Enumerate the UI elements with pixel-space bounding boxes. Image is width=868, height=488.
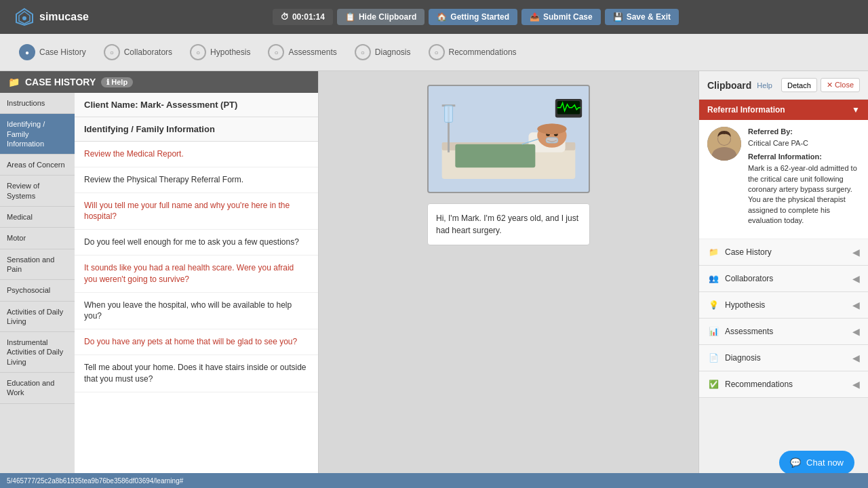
sidebar-item-medical[interactable]: Medical: [0, 207, 75, 228]
case-folder-icon: 📁: [8, 77, 20, 87]
workflow-label: Diagnosis: [375, 47, 411, 57]
nav-arrow: ◀: [852, 273, 860, 284]
workflow-item-assessments[interactable]: ○ Assessments: [262, 41, 342, 63]
timer-button[interactable]: ⏱ 00:01:14: [273, 9, 333, 25]
content-item[interactable]: Tell me about your home. Does it have st…: [75, 355, 318, 392]
getting-started-button[interactable]: 🏠 Getting Started: [429, 9, 517, 25]
content-item[interactable]: When you leave the hospital, who will be…: [75, 293, 318, 330]
nav-label: Collaborators: [725, 274, 773, 283]
submit-icon: 📤: [530, 12, 540, 22]
workflow-circle: ○: [355, 44, 371, 60]
clipboard-help-link[interactable]: Help: [757, 81, 772, 89]
nav-left: ✅ Recommendations: [707, 378, 793, 390]
referred-by-label: Referred By:: [748, 127, 860, 137]
patient-figure: [429, 86, 589, 192]
workflow-label: Recommendations: [449, 47, 517, 57]
top-nav: ⏱ 00:01:14 📋 Hide Clipboard 🏠 Getting St…: [273, 9, 679, 25]
case-history-help-badge[interactable]: ℹ Help: [101, 77, 133, 87]
avatar-image: [707, 127, 741, 161]
save-exit-button[interactable]: 💾 Save & Exit: [605, 9, 679, 25]
nav-arrow: ◀: [852, 326, 860, 337]
content-item[interactable]: Will you tell me your full name and why …: [75, 193, 318, 230]
submit-case-button[interactable]: 📤 Submit Case: [521, 9, 601, 25]
folder-icon: 📁: [707, 246, 719, 258]
patient-speech-bubble: Hi, I'm Mark. I'm 62 years old, and I ju…: [427, 203, 590, 245]
content-area: InstructionsIdentifying / Family Informa…: [0, 93, 318, 488]
workflow-item-case-history[interactable]: ● Case History: [14, 41, 92, 63]
sidebar-item-instrumental-adl[interactable]: Instrumental Activities of Daily Living: [0, 332, 75, 373]
nav-arrow: ◀: [852, 379, 860, 390]
sidebar-item-motor[interactable]: Motor: [0, 228, 75, 249]
top-bar: simucase ⏱ 00:01:14 📋 Hide Clipboard 🏠 G…: [0, 0, 868, 34]
sidebar-item-sensation-pain[interactable]: Sensation and Pain: [0, 249, 75, 281]
workflow-circle: ○: [429, 44, 445, 60]
workflow-nav: ● Case History ○ Collaborators ○ Hypothe…: [0, 34, 868, 71]
simucase-logo-icon: [14, 6, 35, 28]
patient-speech-text: Hi, I'm Mark. I'm 62 years old, and I ju…: [436, 214, 578, 235]
workflow-item-hypothesis[interactable]: ○ Hypothesis: [184, 41, 256, 63]
save-exit-label: Save & Exit: [627, 12, 671, 22]
nav-left: 📁 Case History: [707, 246, 772, 258]
svg-point-2: [22, 16, 26, 20]
content-item[interactable]: It sounds like you had a real health sca…: [75, 256, 318, 293]
clipboard-nav-assessments-nav[interactable]: 📊 Assessments ◀: [699, 319, 868, 345]
workflow-item-diagnosis[interactable]: ○ Diagnosis: [349, 41, 416, 63]
sidebar-item-areas-of-concern[interactable]: Areas of Concern: [0, 155, 75, 176]
nav-label: Assessments: [725, 327, 773, 336]
bulb-icon: 💡: [707, 299, 719, 311]
chat-icon: 💬: [790, 458, 801, 468]
sidebar-nav: InstructionsIdentifying / Family Informa…: [0, 93, 75, 488]
timer-icon: ⏱: [281, 12, 289, 22]
workflow-item-recommendations[interactable]: ○ Recommendations: [423, 41, 522, 63]
timer-value: 00:01:14: [292, 12, 325, 22]
nav-arrow: ◀: [852, 352, 860, 363]
workflow-circle: ●: [19, 44, 35, 60]
close-button[interactable]: ✕ Close: [821, 78, 860, 92]
content-item[interactable]: Do you have any pets at home that will b…: [75, 329, 318, 355]
patient-image: [427, 85, 590, 193]
hide-clipboard-button[interactable]: 📋 Hide Clipboard: [337, 9, 425, 25]
sidebar-item-education-work[interactable]: Education and Work: [0, 373, 75, 404]
sidebar-item-psychosocial[interactable]: Psychosocial: [0, 280, 75, 301]
nav-left: 📊 Assessments: [707, 325, 773, 338]
clipboard-nav-recommendations-nav[interactable]: ✅ Recommendations ◀: [699, 371, 868, 398]
home-icon: 🏠: [437, 12, 447, 22]
nav-label: Recommendations: [725, 380, 793, 389]
clipboard-nav-collaborators-nav[interactable]: 👥 Collaborators ◀: [699, 266, 868, 292]
workflow-label: Assessments: [288, 47, 336, 57]
referral-row: Referred By: Critical Care PA-C Referral…: [707, 127, 860, 226]
clipboard-nav: 📁 Case History ◀ 👥 Collaborators ◀ 💡 Hyp…: [699, 239, 868, 398]
detach-button[interactable]: Detach: [781, 78, 817, 92]
workflow-circle: ○: [104, 44, 120, 60]
nav-label: Hypothesis: [725, 300, 765, 310]
clipboard-nav-case-history-nav[interactable]: 📁 Case History ◀: [699, 239, 868, 266]
referral-label: Referral Information: [707, 105, 785, 115]
workflow-item-collaborators[interactable]: ○ Collaborators: [98, 41, 178, 63]
chat-label: Chat now: [806, 458, 844, 468]
sidebar-item-review-of-systems[interactable]: Review of Systems: [0, 176, 75, 207]
getting-started-label: Getting Started: [450, 12, 509, 22]
help-label: Help: [111, 78, 127, 86]
workflow-label: Hypothesis: [210, 47, 250, 57]
status-bar: 5/465777/25c2a8b61935tea9b76be3586df0369…: [0, 473, 868, 488]
content-item[interactable]: Review the Physical Therapy Referral For…: [75, 167, 318, 193]
content-item[interactable]: Review the Medical Report.: [75, 142, 318, 167]
left-panel: 📁 CASE HISTORY ℹ Help InstructionsIdenti…: [0, 71, 319, 488]
content-list: Client Name: Mark- Assessment (PT) Ident…: [75, 93, 318, 488]
case-history-header: 📁 CASE HISTORY ℹ Help: [0, 71, 318, 93]
logo-text: simucase: [39, 11, 89, 23]
sidebar-item-identifying-family[interactable]: Identifying / Family Information: [0, 114, 75, 155]
logo-area: simucase: [14, 6, 89, 28]
sidebar-item-activities-daily-living[interactable]: Activities of Daily Living: [0, 302, 75, 333]
sidebar-item-instructions[interactable]: Instructions: [0, 93, 75, 114]
clipboard-nav-diagnosis-nav[interactable]: 📄 Diagnosis ◀: [699, 345, 868, 371]
section-header: Identifying / Family Information: [75, 117, 318, 142]
svg-rect-7: [455, 144, 535, 167]
chat-now-button[interactable]: 💬 Chat now: [779, 451, 854, 474]
referral-section[interactable]: Referral Information ▼: [699, 100, 868, 120]
content-item[interactable]: Do you feel well enough for me to ask yo…: [75, 230, 318, 256]
svg-point-18: [537, 123, 566, 134]
video-area: Hi, I'm Mark. I'm 62 years old, and I ju…: [319, 71, 698, 488]
nav-label: Case History: [725, 247, 772, 257]
clipboard-nav-hypothesis-nav[interactable]: 💡 Hypothesis ◀: [699, 292, 868, 319]
